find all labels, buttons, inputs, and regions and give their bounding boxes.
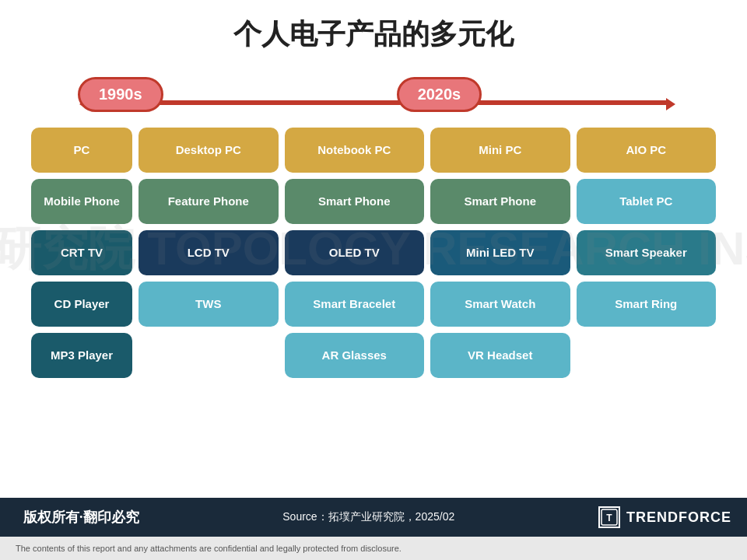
list-item: LCD TV <box>139 230 279 275</box>
list-item: OLED TV <box>285 230 425 275</box>
list-item: Mini LED TV <box>430 230 570 275</box>
list-item: Smart Ring <box>577 282 717 327</box>
list-item-spacer <box>577 333 717 378</box>
list-item: Smart Watch <box>430 282 570 327</box>
column-1990: PC Mobile Phone CRT TV CD Player MP3 Pla… <box>31 128 132 378</box>
list-item: Smart Speaker <box>577 230 717 275</box>
list-item: VR Headset <box>430 333 570 378</box>
footer-logo: T TRENDFORCE <box>598 506 731 528</box>
list-item: AIO PC <box>577 128 717 173</box>
list-item: Tablet PC <box>577 179 717 224</box>
footer-source: Source：拓墣产业研究院，2025/02 <box>282 510 454 524</box>
main-container: 个人电子产品的多元化 1990s 2020s 拓墣产业研究院 TOPOLOGY … <box>0 0 747 560</box>
products-section: PC Mobile Phone CRT TV CD Player MP3 Pla… <box>31 128 716 378</box>
list-item: CD Player <box>31 282 132 327</box>
timeline-section: 1990s 2020s <box>31 77 716 112</box>
list-item: MP3 Player <box>31 333 132 378</box>
col-3: Mini PC Smart Phone Mini LED TV Smart Wa… <box>430 128 570 378</box>
list-item: PC <box>31 128 132 173</box>
content-area: 个人电子产品的多元化 1990s 2020s 拓墣产业研究院 TOPOLOGY … <box>0 0 747 498</box>
list-item: AR Glasses <box>285 333 425 378</box>
list-item: Smart Phone <box>285 179 425 224</box>
footer: 版权所有·翻印必究 Source：拓墣产业研究院，2025/02 T TREND… <box>0 498 747 560</box>
footer-disclaimer: The contents of this report and any atta… <box>0 537 747 560</box>
list-item: Feature Phone <box>139 179 279 224</box>
timeline-badge-2020: 2020s <box>397 77 482 112</box>
page-title: 个人电子产品的多元化 <box>31 16 716 54</box>
list-item: Mini PC <box>430 128 570 173</box>
trendforce-icon: T <box>598 506 620 528</box>
column-2020: Desktop PC Feature Phone LCD TV TWS Note… <box>139 128 716 378</box>
footer-copyright: 版权所有·翻印必究 <box>23 508 139 527</box>
svg-text:T: T <box>606 513 612 523</box>
list-item: TWS <box>139 282 279 327</box>
col-4: AIO PC Tablet PC Smart Speaker Smart Rin… <box>577 128 717 378</box>
col-2: Notebook PC Smart Phone OLED TV Smart Br… <box>285 128 425 378</box>
list-item: CRT TV <box>31 230 132 275</box>
list-item-spacer <box>139 333 279 378</box>
list-item: Smart Bracelet <box>285 282 425 327</box>
list-item: Desktop PC <box>139 128 279 173</box>
list-item: Smart Phone <box>430 179 570 224</box>
footer-main: 版权所有·翻印必究 Source：拓墣产业研究院，2025/02 T TREND… <box>0 498 747 537</box>
list-item: Mobile Phone <box>31 179 132 224</box>
col-1: Desktop PC Feature Phone LCD TV TWS <box>139 128 279 378</box>
timeline-badge-1990: 1990s <box>78 77 163 112</box>
footer-logo-text: TRENDFORCE <box>626 509 731 526</box>
list-item: Notebook PC <box>285 128 425 173</box>
timeline-labels: 1990s 2020s <box>78 77 716 112</box>
